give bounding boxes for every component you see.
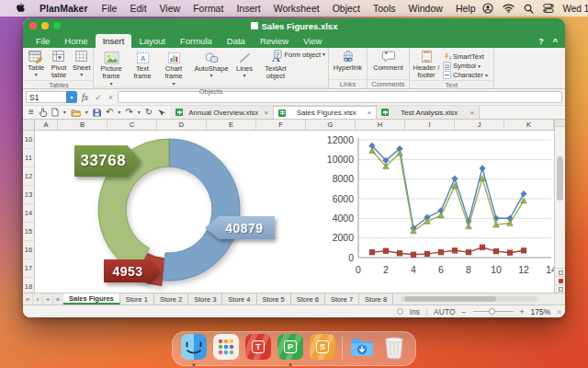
dropdown-icon[interactable]: ▾ [118, 109, 120, 115]
sheet-tab-store-7[interactable]: Store 7 [325, 293, 359, 305]
apple-menu-icon[interactable] [9, 2, 32, 16]
format-paintbrush-icon[interactable] [157, 109, 165, 117]
sheet-tab-store-5[interactable]: Store 5 [257, 293, 291, 305]
zoom-out-icon[interactable]: − [462, 307, 467, 316]
menu-insert[interactable]: Insert [230, 3, 266, 14]
ribbon-tab-home[interactable]: Home [57, 34, 95, 48]
user-switch-icon[interactable] [482, 3, 493, 14]
column-header-e[interactable]: E [207, 120, 256, 130]
previous-sheet-button[interactable]: ‹ [33, 293, 43, 305]
horizontal-scrollbar-thumb[interactable] [404, 296, 496, 302]
collapse-ribbon-icon[interactable]: ^ [553, 37, 558, 46]
doc-tab-annual-overview[interactable]: Annual Overview.xlsx × [171, 106, 274, 119]
row-header-15[interactable]: 15 [23, 223, 34, 241]
ribbon-tab-formula[interactable]: Formula [173, 34, 220, 48]
row-header-13[interactable]: 13 [23, 186, 34, 204]
sheet-button[interactable]: Sheet ▾ [70, 50, 93, 77]
window-titlebar[interactable]: Sales Figures.xlsx [23, 18, 565, 33]
dock-item-launchpad[interactable] [213, 334, 239, 363]
menu-object[interactable]: Object [326, 3, 367, 14]
dock-item-finder[interactable] [181, 334, 207, 363]
lines-button[interactable]: Lines ▾ [232, 52, 257, 78]
name-box-value[interactable]: S1 [26, 91, 66, 103]
vertical-scrollbar[interactable] [554, 120, 565, 293]
menu-help[interactable]: Help [449, 3, 482, 14]
save-icon[interactable] [93, 109, 101, 117]
column-header-g[interactable]: G [306, 120, 356, 130]
sheet-tab-store-2[interactable]: Store 2 [154, 293, 188, 305]
close-window-button[interactable] [29, 22, 37, 29]
minimize-window-button[interactable] [41, 22, 49, 29]
touch-mode-icon[interactable] [39, 108, 47, 117]
doc-tab-test-analysis[interactable]: Test Analysis.xlsx × [377, 106, 480, 119]
search-icon[interactable] [524, 4, 534, 14]
record-marker-button[interactable] [555, 276, 565, 284]
symbol-button[interactable]: Ω Symbol ▾ [443, 62, 492, 70]
row-header-14[interactable]: 14 [23, 204, 34, 223]
dock-item-planmaker[interactable]: P [277, 334, 303, 363]
row-header-10[interactable]: 10 [23, 131, 34, 149]
ribbon-tab-layout[interactable]: Layout [131, 34, 173, 48]
sheet-tab-store-3[interactable]: Store 3 [188, 293, 222, 305]
vertical-scrollbar-thumb[interactable] [557, 156, 563, 201]
menu-format[interactable]: Format [187, 3, 230, 14]
column-header-k[interactable]: K [504, 120, 554, 130]
ribbon-tab-file[interactable]: File [28, 34, 57, 48]
menu-window[interactable]: Window [402, 3, 449, 14]
column-header-d[interactable]: D [157, 120, 207, 130]
insert-mode-indicator[interactable]: Ins [410, 307, 420, 316]
menu-tools[interactable]: Tools [367, 3, 402, 14]
sheet-tab-store-1[interactable]: Store 1 [120, 293, 154, 305]
auto-calc-indicator[interactable]: AUTO [434, 307, 455, 316]
row-header-12[interactable]: 12 [23, 167, 34, 186]
insert-function-icon[interactable]: fx [80, 92, 90, 102]
name-box[interactable]: S1 ▾ [26, 91, 77, 103]
view-button-top[interactable] [555, 268, 565, 276]
menu-edit[interactable]: Edit [123, 3, 153, 14]
smarttext-button[interactable]: A SmartText [443, 52, 492, 61]
column-header-j[interactable]: J [455, 120, 504, 130]
horizontal-scrollbar[interactable] [393, 293, 565, 305]
control-center-icon[interactable] [543, 4, 554, 13]
row-header-17[interactable]: 17 [23, 259, 34, 278]
sheet-tab-sales-figures[interactable]: Sales Figures [63, 293, 120, 305]
close-tab-icon[interactable]: × [469, 109, 474, 117]
hamburger-menu-icon[interactable]: ≡ [28, 108, 34, 117]
status-circle-icon[interactable] [397, 308, 403, 315]
ribbon-tab-data[interactable]: Data [220, 34, 253, 48]
dock-item-presentations[interactable]: S [310, 334, 335, 363]
first-sheet-button[interactable]: « [23, 293, 33, 305]
ribbon-tab-insert[interactable]: Insert [96, 34, 132, 48]
row-header-11[interactable]: 11 [23, 149, 34, 167]
menubar-clock[interactable]: Wed 17. May 09:06 [563, 4, 588, 14]
pivot-table-button[interactable]: Pivot table [48, 50, 71, 80]
table-button[interactable]: Table ▾ [25, 50, 48, 77]
split-handle[interactable] [555, 120, 565, 127]
menubar-app-name[interactable]: PlanMaker [32, 3, 96, 14]
picture-frame-button[interactable]: Picture frame ▾ [94, 52, 129, 86]
dropdown-icon[interactable]: ▾ [138, 109, 141, 115]
autoshape-button[interactable]: AutoShape ▾ [191, 52, 232, 78]
column-header-a[interactable]: A [35, 120, 58, 130]
new-document-icon[interactable] [51, 108, 59, 117]
redo-icon[interactable]: ↷ [125, 108, 132, 117]
dock-item-trash[interactable] [381, 334, 407, 363]
ribbon-tab-view[interactable]: View [296, 34, 329, 48]
ribbon-tab-review[interactable]: Review [253, 34, 296, 48]
help-icon[interactable]: ? [538, 37, 544, 46]
line-chart[interactable]: 02000400060008000100001200002468101214 [312, 132, 554, 285]
hyperlink-button[interactable]: Hyperlink [330, 50, 367, 72]
dock-item-downloads[interactable] [349, 334, 375, 363]
recalculate-icon[interactable]: ↻ [145, 108, 153, 117]
menu-file[interactable]: File [96, 3, 124, 14]
dropdown-icon[interactable]: ▾ [85, 109, 88, 115]
dock-item-textmaker[interactable]: T [245, 334, 271, 363]
add-sheet-button[interactable]: + [43, 293, 53, 305]
select-all-corner[interactable] [23, 120, 35, 130]
sheet-canvas[interactable]: 10 11 12 13 14 15 16 17 18 33768 40879 4… [23, 131, 565, 293]
zoom-window-button[interactable] [53, 22, 61, 29]
zoom-level[interactable]: 175% [531, 307, 551, 316]
column-header-h[interactable]: H [356, 120, 405, 130]
status-overflow-icon[interactable]: » [557, 307, 561, 316]
close-tab-icon[interactable]: × [264, 109, 268, 117]
